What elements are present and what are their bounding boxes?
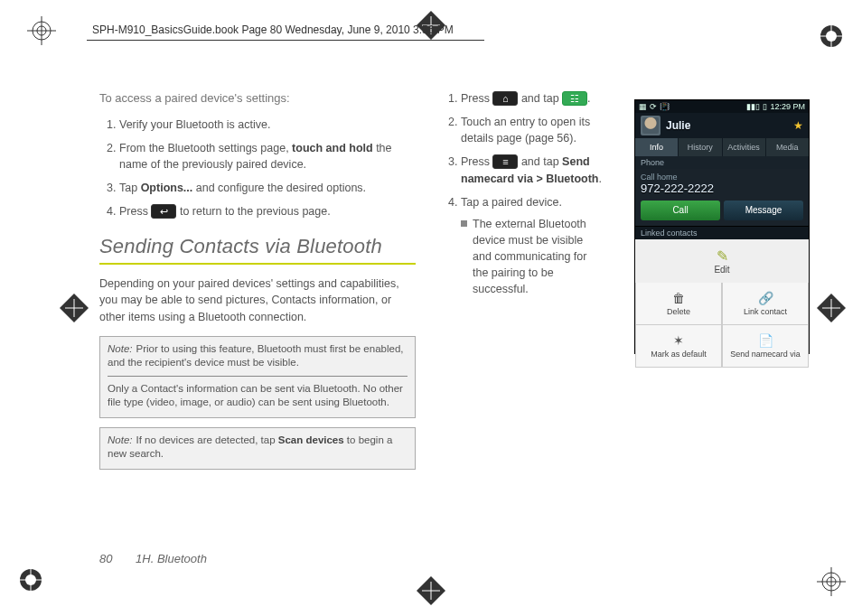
tab-media[interactable]: Media	[766, 138, 809, 156]
tab-info[interactable]: Info	[635, 138, 679, 156]
registration-mark-icon	[16, 565, 45, 594]
note-divider	[108, 376, 408, 377]
step-r1: Press ⌂ and tap ☷.	[461, 90, 604, 107]
status-sync-icon: ⟳	[650, 102, 657, 111]
section-rule	[99, 263, 416, 265]
page-number: 80	[99, 552, 112, 565]
trash-icon: 🗑	[672, 291, 685, 305]
menu-delete[interactable]: 🗑Delete	[635, 283, 722, 325]
avatar	[641, 116, 661, 135]
linked-contacts-label: Linked contacts	[635, 226, 809, 239]
tab-activities[interactable]: Activities	[723, 138, 766, 156]
step-3: Tap Options... and configure the desired…	[119, 180, 416, 196]
status-vibrate-icon: 📳	[660, 102, 670, 111]
star-icon: ✶	[673, 333, 684, 348]
phone-status-bar: ▦ ⟳ 📳 ▮▮▯ ▯ 12:29 PM	[635, 100, 809, 113]
edit-area[interactable]: ✎ Edit	[635, 239, 809, 283]
contacts-key-icon: ☷	[562, 91, 587, 106]
menu-mark-default[interactable]: ✶Mark as default	[635, 325, 722, 368]
menu-link-contact[interactable]: 🔗Link contact	[722, 283, 809, 325]
menu-key-icon: ≡	[492, 154, 518, 169]
running-head: SPH-M910_BasicsGuide.book Page 80 Wednes…	[92, 23, 454, 36]
header-rule	[87, 40, 484, 41]
contact-name: Julie	[666, 119, 690, 132]
menu-send-namecard[interactable]: 📄Send namecard via	[722, 325, 809, 368]
crop-mark-icon	[60, 294, 89, 322]
message-button[interactable]: Message	[724, 201, 803, 220]
edit-label: Edit	[714, 265, 729, 275]
phone-number: 972-222-2222	[641, 182, 803, 195]
note-box-2: Note:If no devices are detected, tap Sca…	[99, 427, 416, 470]
square-bullet-icon	[461, 220, 467, 227]
registration-mark-icon	[27, 16, 56, 45]
step-r4: Tap a paired device. The external Blueto…	[461, 194, 604, 298]
home-key-icon: ⌂	[492, 91, 518, 106]
contact-header: Julie ★	[635, 113, 809, 138]
crop-mark-icon	[817, 294, 846, 322]
step-r3: Press ≡ and tap Send namecard via > Blue…	[461, 154, 604, 186]
registration-mark-icon	[817, 22, 846, 51]
access-paired-steps: Verify your Bluetooth is active. From th…	[99, 117, 416, 220]
link-icon: 🔗	[758, 291, 773, 305]
status-signal-icon: ▮▮▯	[746, 102, 760, 111]
namecard-icon: 📄	[758, 333, 773, 348]
page-footer: 80 1H. Bluetooth	[99, 552, 207, 565]
sub-bullet: The external Bluetooth device must be vi…	[461, 216, 604, 298]
section-body: Depending on your paired devices' settin…	[99, 275, 416, 324]
section-label: 1H. Bluetooth	[136, 552, 207, 565]
phone-number-row: Call home 972-222-2222	[635, 169, 809, 197]
phone-screenshot: ▦ ⟳ 📳 ▮▮▯ ▯ 12:29 PM Julie ★ Info Histor…	[634, 99, 810, 354]
step-r2: Touch an entry to open its details page …	[461, 114, 604, 146]
call-home-label: Call home	[641, 173, 803, 182]
pencil-icon: ✎	[717, 247, 728, 265]
status-time: 12:29 PM	[770, 102, 805, 111]
send-contacts-steps: Press ⌂ and tap ☷. Touch an entry to ope…	[441, 90, 604, 297]
status-battery-icon: ▯	[763, 102, 767, 111]
note-box-1: Note:Prior to using this feature, Blueto…	[99, 336, 416, 418]
step-1: Verify your Bluetooth is active.	[119, 117, 416, 133]
section-heading: Sending Contacts via Bluetooth	[99, 232, 416, 261]
registration-mark-icon	[817, 567, 846, 596]
call-button[interactable]: Call	[641, 201, 720, 220]
step-2: From the Bluetooth settings page, touch …	[119, 140, 416, 173]
status-menu-icon: ▦	[639, 102, 647, 111]
tab-history[interactable]: History	[679, 138, 722, 156]
step-4: Press ↩ to return to the previous page.	[119, 203, 416, 219]
phone-tabs: Info History Activities Media	[635, 138, 809, 156]
intro-text: To access a paired device's settings:	[99, 90, 416, 107]
back-key-icon: ↩	[151, 204, 176, 219]
crop-mark-icon	[417, 576, 445, 605]
phone-section-label: Phone	[635, 156, 809, 169]
favorite-star-icon: ★	[793, 119, 803, 132]
